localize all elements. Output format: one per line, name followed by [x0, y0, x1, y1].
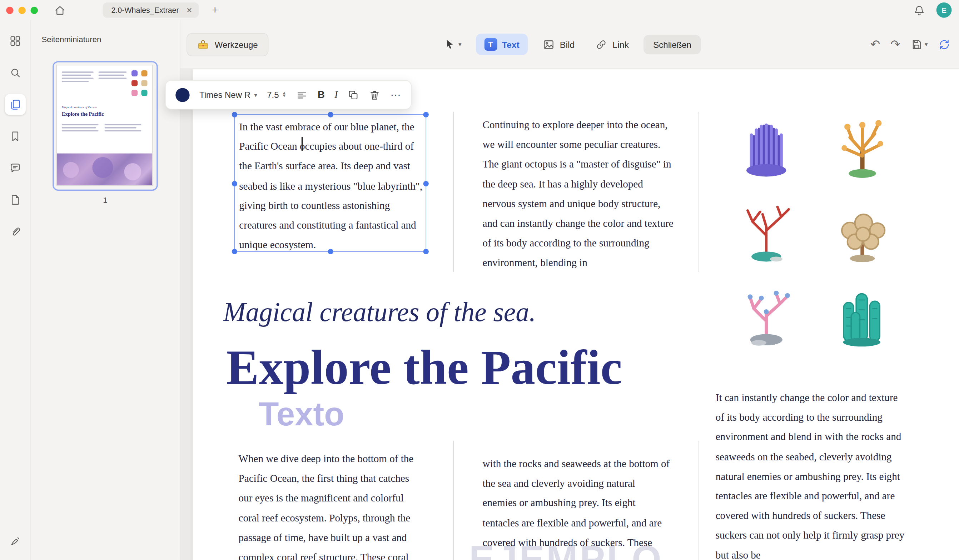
- font-family-dropdown[interactable]: Times New R ▾: [199, 90, 257, 100]
- signature-tool-button[interactable]: [5, 531, 25, 551]
- left-rail: [0, 20, 31, 560]
- trash-icon[interactable]: [369, 89, 381, 101]
- bottom-column3-text[interactable]: It can instantly change the color and te…: [716, 388, 906, 560]
- select-tool-button[interactable]: ▾: [438, 34, 467, 54]
- resize-handle-s[interactable]: [328, 249, 333, 254]
- thumb-title: Explore the Pacific: [62, 111, 104, 117]
- thumbnail-page-number: 1: [31, 196, 180, 205]
- tools-button[interactable]: Werkzeuge: [186, 33, 268, 56]
- resize-handle-w[interactable]: [232, 181, 237, 186]
- document-viewport[interactable]: In the vast embrace of our blue planet, …: [180, 69, 959, 560]
- avatar[interactable]: E: [937, 3, 952, 18]
- coral-anemone-purple-image[interactable]: [722, 103, 814, 186]
- sidebar-item-bookmarks[interactable]: [5, 126, 25, 147]
- redo-button[interactable]: ↷: [890, 38, 900, 50]
- cursor-icon: [444, 38, 456, 50]
- column-divider: [698, 441, 699, 560]
- signature-pen-icon: [9, 535, 21, 547]
- document-tab[interactable]: 2.0-Whales_Extraer ✕: [103, 3, 199, 18]
- thumb-coral-dot: [141, 80, 147, 86]
- resize-handle-nw[interactable]: [232, 112, 237, 117]
- bottom-column1-text[interactable]: When we dive deep into the bottom of the…: [239, 449, 424, 560]
- font-color-swatch[interactable]: [175, 88, 190, 102]
- document-subtitle[interactable]: Magical creatures of the sea.: [223, 296, 536, 328]
- pdf-page[interactable]: In the vast embrace of our blue planet, …: [193, 69, 959, 560]
- image-tool-label: Bild: [560, 39, 575, 49]
- sidebar-item-attachments-file[interactable]: [5, 189, 25, 210]
- text-tool-button[interactable]: T Text: [476, 33, 528, 55]
- thumb-reef-photo: [57, 154, 152, 185]
- stepper-down-icon[interactable]: ▼: [282, 95, 287, 97]
- coral-branch-pink-image[interactable]: [722, 272, 814, 355]
- column-divider: [698, 112, 699, 272]
- link-tool-button[interactable]: Link: [589, 34, 635, 55]
- save-button[interactable]: ▾: [911, 38, 928, 50]
- more-options-button[interactable]: ⋯: [390, 88, 401, 101]
- resize-handle-se[interactable]: [423, 249, 429, 254]
- save-chevron-icon: ▾: [925, 41, 928, 48]
- align-icon[interactable]: [296, 89, 308, 101]
- thumb-line: [62, 130, 99, 131]
- close-editing-button[interactable]: Schließen: [644, 35, 701, 54]
- watermark-texto: Texto: [259, 395, 344, 433]
- comment-icon: [9, 162, 21, 174]
- selected-textbox[interactable]: In the vast embrace of our blue planet, …: [234, 114, 426, 252]
- page-thumbnail-selected[interactable]: Magical creatures of the sea. Explore th…: [53, 61, 158, 191]
- column2-text[interactable]: Continuing to explore deeper into the oc…: [483, 116, 676, 273]
- thumb-line: [62, 72, 94, 73]
- sidebar-item-search[interactable]: [5, 62, 25, 83]
- page-thumbnail[interactable]: Magical creatures of the sea. Explore th…: [56, 65, 153, 186]
- font-size-control[interactable]: 7.5 ▲ ▼: [267, 90, 287, 100]
- italic-button[interactable]: I: [335, 89, 338, 100]
- resize-handle-ne[interactable]: [423, 112, 429, 117]
- thumb-line: [105, 127, 137, 128]
- thumb-line: [62, 124, 99, 125]
- bell-icon[interactable]: [913, 4, 926, 16]
- font-family-value: Times New R: [199, 90, 250, 100]
- coral-tree-orange-image[interactable]: [816, 103, 908, 186]
- thumb-line: [62, 127, 96, 128]
- image-tool-button[interactable]: Bild: [537, 34, 581, 55]
- thumb-coral-dot: [132, 70, 137, 76]
- tool-center-group: ▾ T Text Bild: [438, 33, 701, 55]
- zoom-window-button[interactable]: [31, 6, 38, 14]
- coral-image-grid: [722, 103, 908, 355]
- column-divider: [453, 441, 454, 560]
- selected-textbox-text[interactable]: In the vast embrace of our blue planet, …: [239, 118, 423, 255]
- resize-handle-n[interactable]: [328, 112, 333, 117]
- document-title[interactable]: Explore the Pacific: [226, 343, 622, 392]
- thumb-line: [99, 78, 127, 79]
- text-format-toolbar: Times New R ▾ 7.5 ▲ ▼ B I ⋯: [165, 80, 412, 109]
- close-editing-label: Schließen: [653, 39, 691, 49]
- tab-close-icon[interactable]: ✕: [186, 6, 192, 14]
- coral-branch-red-image[interactable]: [722, 188, 814, 271]
- undo-button[interactable]: ↶: [870, 38, 880, 50]
- resize-handle-sw[interactable]: [232, 249, 237, 254]
- sidebar-item-apps[interactable]: [5, 31, 25, 51]
- pages-icon: [9, 99, 21, 111]
- coral-cluster-tan-image[interactable]: [816, 188, 908, 271]
- new-tab-button[interactable]: +: [212, 4, 218, 16]
- close-window-button[interactable]: [6, 6, 14, 14]
- toolbox-icon: [197, 38, 209, 50]
- sidebar-item-comments[interactable]: [5, 158, 25, 178]
- font-size-stepper[interactable]: ▲ ▼: [282, 92, 287, 97]
- minimize-window-button[interactable]: [18, 6, 26, 14]
- thumb-line: [62, 75, 91, 76]
- copy-icon[interactable]: [348, 89, 360, 101]
- bold-button[interactable]: B: [318, 89, 325, 100]
- search-icon: [9, 67, 21, 79]
- sidebar-item-thumbnails[interactable]: [5, 94, 25, 115]
- home-button[interactable]: [54, 4, 66, 16]
- app-window: 2.0-Whales_Extraer ✕ + E: [0, 0, 959, 560]
- thumb-subtitle: Magical creatures of the sea.: [62, 106, 97, 109]
- font-family-caret-icon: ▾: [254, 91, 257, 98]
- column-divider: [453, 112, 454, 272]
- resize-handle-e[interactable]: [423, 181, 429, 186]
- link-icon: [595, 38, 607, 50]
- thumb-line: [62, 78, 94, 79]
- coral-sponge-teal-image[interactable]: [816, 272, 908, 355]
- sidebar-item-paperclip[interactable]: [5, 221, 25, 242]
- sync-icon[interactable]: [938, 38, 950, 50]
- save-icon: [911, 38, 923, 50]
